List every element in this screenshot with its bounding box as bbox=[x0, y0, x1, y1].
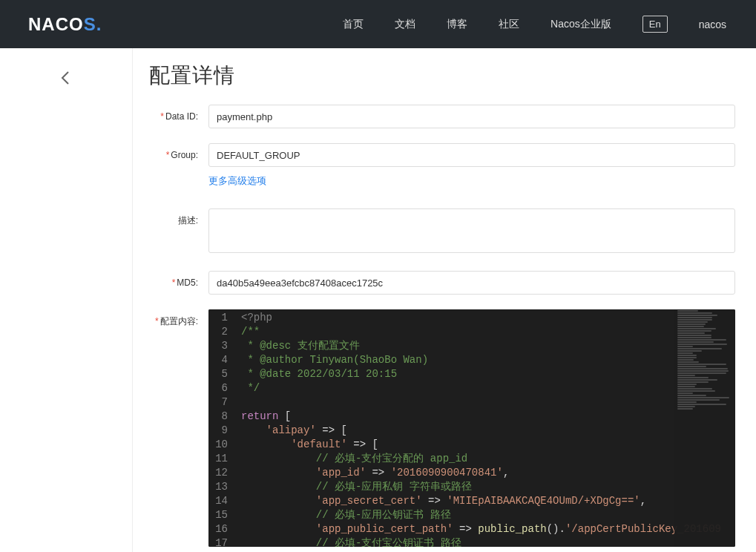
top-header: NACOS. 首页 文档 博客 社区 Nacos企业版 En nacos bbox=[0, 0, 756, 48]
more-options-link[interactable]: 更多高级选项 bbox=[208, 174, 735, 188]
main-content: 配置详情 *Data ID: *Group: 更多高级选项 描述: *MD5: bbox=[133, 48, 756, 552]
code-body[interactable]: <?php/** * @desc 支付配置文件 * @author Tinywa… bbox=[241, 309, 735, 547]
input-group[interactable] bbox=[208, 143, 735, 167]
code-gutter: 123456789101112131415161718 bbox=[208, 309, 241, 547]
input-md5[interactable] bbox=[208, 271, 735, 295]
lang-switch[interactable]: En bbox=[642, 16, 668, 33]
sidebar-collapse-icon[interactable] bbox=[61, 70, 70, 89]
input-desc[interactable] bbox=[208, 208, 735, 253]
code-minimap[interactable] bbox=[674, 309, 735, 547]
sidebar bbox=[0, 48, 133, 552]
code-editor[interactable]: 123456789101112131415161718 <?php/** * @… bbox=[208, 309, 735, 547]
label-md5: *MD5: bbox=[149, 271, 198, 289]
top-nav: 首页 文档 博客 社区 Nacos企业版 En nacos bbox=[343, 16, 726, 33]
label-content: *配置内容: bbox=[149, 309, 198, 328]
nav-docs[interactable]: 文档 bbox=[395, 18, 415, 31]
nav-home[interactable]: 首页 bbox=[343, 18, 364, 31]
nav-enterprise[interactable]: Nacos企业版 bbox=[550, 18, 611, 31]
label-group: *Group: bbox=[149, 143, 198, 162]
logo[interactable]: NACOS. bbox=[28, 14, 102, 35]
input-data-id[interactable] bbox=[208, 105, 735, 128]
nav-community[interactable]: 社区 bbox=[499, 18, 519, 31]
label-data-id: *Data ID: bbox=[149, 105, 198, 123]
user-name[interactable]: nacos bbox=[699, 19, 726, 30]
page-title: 配置详情 bbox=[149, 62, 735, 90]
label-desc: 描述: bbox=[149, 208, 198, 227]
nav-blog[interactable]: 博客 bbox=[447, 18, 467, 31]
